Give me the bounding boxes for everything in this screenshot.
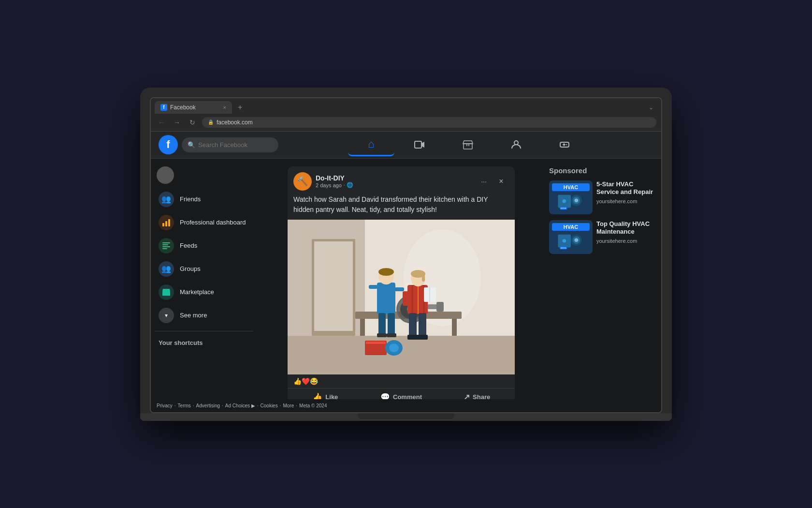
post-author-avatar: 🔨 [293,172,312,191]
reaction-heart: ❤️ [302,377,310,385]
ad-2-hvac-label: HVAC [552,223,590,231]
nav-video[interactable] [396,133,443,156]
svg-point-58 [563,199,566,203]
svg-rect-47 [422,272,425,282]
see-more-button[interactable]: ▾ See more [155,304,253,327]
lock-icon: 🔒 [208,120,214,125]
footer-cookies[interactable]: Cookies [261,403,278,408]
fb-right-panel: Sponsored HVAC [545,159,661,399]
svg-rect-4 [162,223,164,226]
address-bar: ← → ↻ 🔒 facebook.com [151,114,661,131]
footer-copyright: Meta © 2024 [299,403,327,408]
reaction-like: 👍 [293,377,302,385]
post-menu-button[interactable]: ··· [476,174,492,189]
nav-people[interactable] [493,133,539,156]
facebook-logo[interactable]: f [159,135,178,154]
see-more-icon: ▾ [159,308,174,323]
address-field[interactable]: 🔒 facebook.com [202,117,656,128]
friends-icon: 👥 [159,192,174,207]
laptop-screen: f Facebook × + ⌄ ← → ↻ 🔒 facebook.com [150,97,662,413]
ad-card-2[interactable]: HVAC BOOK [549,220,657,254]
post-meta: 2 days ago · 🌐 [316,182,472,188]
ad-2-info: Top Quality HVAC Maintenance yoursiteher… [596,220,657,254]
post-image [288,220,515,374]
browser-tabs: f Facebook × + ⌄ [151,98,661,114]
sidebar-divider [155,331,253,331]
ad-1-hvac-label: HVAC [552,183,590,191]
svg-rect-5 [165,221,167,226]
svg-rect-39 [377,333,387,337]
post-author-info: Do-It-DIY 2 days ago · 🌐 [316,174,472,188]
svg-rect-48 [403,291,408,306]
back-button[interactable]: ← [156,117,167,128]
groups-label: Groups [180,265,201,272]
search-input[interactable] [198,141,273,149]
post-reactions: 👍 ❤️ 😂 [288,374,515,388]
svg-point-34 [378,268,394,276]
share-button[interactable]: ↗ Share [439,388,515,399]
like-button[interactable]: 👍 Like [288,388,363,399]
ad-card-1[interactable]: HVAC [549,180,657,214]
groups-icon: 👥 [159,261,174,277]
sidebar-item-marketplace[interactable]: Marketplace [155,281,253,304]
post-author-name: Do-It-DIY [316,174,472,182]
facebook-app: f 🔍 ⌂ [151,132,661,412]
sidebar-item-professional-dashboard[interactable]: Professional dashboard [155,211,253,234]
nav-marketplace[interactable] [445,133,491,156]
search-bar[interactable]: 🔍 [182,137,278,152]
svg-rect-35 [369,285,377,289]
svg-rect-21 [452,319,457,336]
svg-text:BOOK: BOOK [561,208,566,209]
svg-rect-20 [360,319,365,336]
url-text: facebook.com [217,119,253,126]
sidebar-item-groups[interactable]: 👥 Groups [155,257,253,281]
like-label: Like [325,393,338,399]
footer-more[interactable]: More [283,403,294,408]
comment-button[interactable]: 💬 Comment [363,388,439,399]
tab-close-button[interactable]: × [223,105,226,110]
fb-sidebar: 👥 Friends Professional dashboard [151,159,257,399]
nav-home[interactable]: ⌂ [348,133,394,156]
svg-rect-51 [419,313,426,337]
nav-gaming[interactable] [541,133,588,156]
footer-advertising[interactable]: Advertising [196,403,220,408]
forward-button[interactable]: → [171,117,183,128]
facebook-tab-favicon: f [160,104,167,111]
fb-nav-center: ⌂ [282,133,653,156]
post-header: 🔨 Do-It-DIY 2 days ago · 🌐 [288,166,515,194]
post-close-button[interactable]: × [493,174,509,189]
svg-rect-10 [162,248,167,249]
reaction-emojis: 👍 ❤️ 😂 [293,377,318,385]
svg-rect-38 [388,313,395,335]
svg-point-66 [563,239,566,242]
ad-2-url: yoursitehere.com [596,238,657,244]
footer-privacy[interactable]: Privacy [157,403,173,408]
svg-rect-27 [436,302,444,312]
professional-dashboard-icon [159,215,174,230]
svg-rect-37 [378,313,386,335]
feed-container: 🔨 Do-It-DIY 2 days ago · 🌐 [288,166,515,391]
svg-rect-52 [407,335,418,340]
svg-rect-29 [366,342,386,344]
comment-icon: 💬 [380,392,390,399]
marketplace-icon [159,284,174,300]
friends-label: Friends [180,195,201,203]
post-card: 🔨 Do-It-DIY 2 days ago · 🌐 [288,166,515,399]
footer-ad-choices[interactable]: Ad Choices ▶ [225,403,255,408]
sidebar-item-friends[interactable]: 👥 Friends [155,188,253,211]
search-icon: 🔍 [188,141,195,149]
user-avatar[interactable] [157,166,174,184]
refresh-button[interactable]: ↻ [187,117,198,128]
svg-rect-36 [394,287,404,291]
post-footer: 👍 Like 💬 Comment ↗ Share [288,388,515,399]
ad-1-info: 5-Star HVAC Service and Repair yoursiteh… [596,180,657,214]
sponsored-title: Sponsored [549,166,657,175]
comment-label: Comment [393,393,422,399]
svg-rect-40 [387,333,396,337]
browser-tab-facebook[interactable]: f Facebook × [155,101,232,114]
new-tab-button[interactable]: + [234,101,246,114]
sidebar-item-feeds[interactable]: Feeds [155,234,253,257]
footer-terms[interactable]: Terms [178,403,191,408]
see-more-label: See more [180,312,207,319]
svg-text:BOOK: BOOK [561,247,566,249]
